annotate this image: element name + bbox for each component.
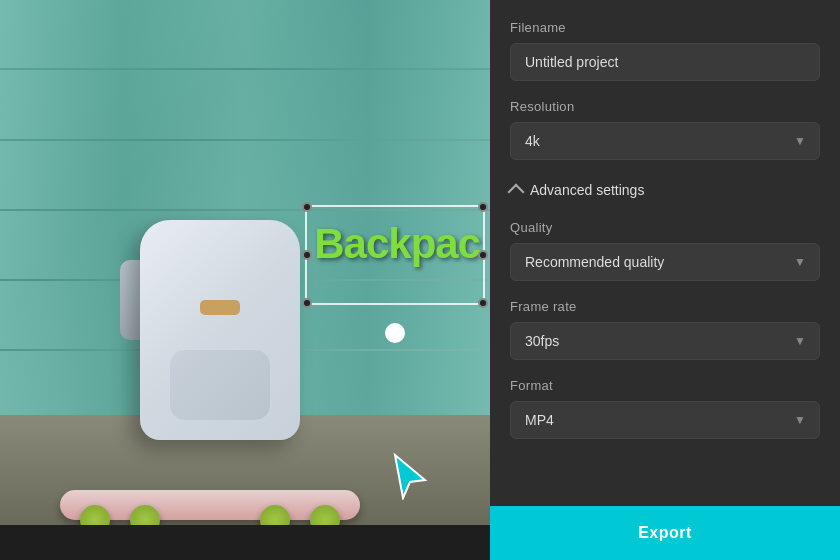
video-background: Backpac [0, 0, 490, 560]
backpack-pocket [170, 350, 270, 420]
handle-middle-right[interactable] [478, 250, 488, 260]
panel-content: Filename Resolution 720p 1080p 4k 8k ▼ A… [490, 0, 840, 506]
frame-rate-label: Frame rate [510, 299, 820, 314]
chevron-up-icon [508, 183, 525, 200]
video-preview-panel: Backpac [0, 0, 490, 560]
quality-select[interactable]: Low quality Recommended quality High qua… [510, 243, 820, 281]
rotation-handle[interactable] [385, 323, 405, 343]
backpack-body [140, 220, 300, 440]
resolution-label: Resolution [510, 99, 820, 114]
skateboard [60, 490, 360, 520]
frame-rate-select[interactable]: 24fps 30fps 60fps [510, 322, 820, 360]
handle-bottom-left[interactable] [302, 298, 312, 308]
frame-rate-select-wrapper: 24fps 30fps 60fps ▼ [510, 322, 820, 360]
advanced-settings-toggle[interactable]: Advanced settings [510, 178, 820, 202]
advanced-settings-label: Advanced settings [530, 182, 644, 198]
format-label: Format [510, 378, 820, 393]
timeline-bar [0, 525, 490, 560]
quality-label: Quality [510, 220, 820, 235]
frame-rate-group: Frame rate 24fps 30fps 60fps ▼ [510, 299, 820, 360]
selection-box [305, 205, 485, 305]
format-select-wrapper: MP4 MOV AVI GIF ▼ [510, 401, 820, 439]
export-settings-panel: Filename Resolution 720p 1080p 4k 8k ▼ A… [490, 0, 840, 560]
resolution-select[interactable]: 720p 1080p 4k 8k [510, 122, 820, 160]
handle-bottom-right[interactable] [478, 298, 488, 308]
filename-label: Filename [510, 20, 820, 35]
handle-top-right[interactable] [478, 202, 488, 212]
format-select[interactable]: MP4 MOV AVI GIF [510, 401, 820, 439]
resolution-select-wrapper: 720p 1080p 4k 8k ▼ [510, 122, 820, 160]
handle-top-left[interactable] [302, 202, 312, 212]
resolution-group: Resolution 720p 1080p 4k 8k ▼ [510, 99, 820, 160]
backpack-buckle [200, 300, 240, 315]
quality-group: Quality Low quality Recommended quality … [510, 220, 820, 281]
handle-middle-left[interactable] [302, 250, 312, 260]
filename-input[interactable] [510, 43, 820, 81]
export-button[interactable]: Export [490, 506, 840, 560]
quality-select-wrapper: Low quality Recommended quality High qua… [510, 243, 820, 281]
format-group: Format MP4 MOV AVI GIF ▼ [510, 378, 820, 439]
filename-group: Filename [510, 20, 820, 81]
